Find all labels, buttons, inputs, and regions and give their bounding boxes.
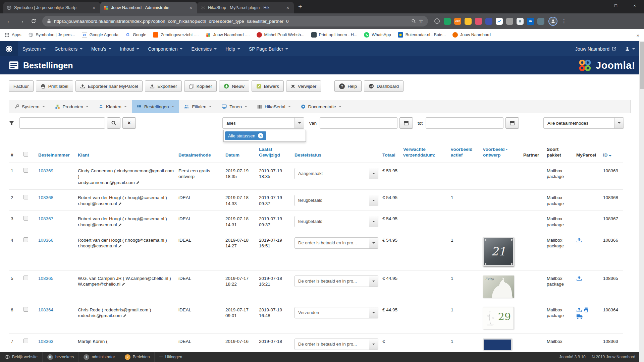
row-checkbox[interactable]: [23, 307, 28, 312]
col-bestelstatus[interactable]: Bestelstatus: [292, 144, 380, 163]
search-button[interactable]: [107, 117, 120, 129]
admin-menu-extensies[interactable]: Extensies: [187, 41, 221, 56]
col-verwachte-verzenddatum[interactable]: Verwachte verzenddatum:: [401, 144, 449, 163]
back-button[interactable]: ←: [4, 16, 15, 26]
order-status-select[interactable]: terugbetaald: [294, 195, 378, 206]
col-voorbeeld-ontwerp[interactable]: voorbeeld - ontwerp: [481, 144, 521, 163]
browser-profile-avatar[interactable]: [548, 17, 557, 26]
status-tag[interactable]: Alle statussen ×: [225, 131, 266, 140]
edit-pencil-icon[interactable]: [118, 244, 122, 248]
caret-down-icon[interactable]: [369, 339, 378, 350]
extension-icon[interactable]: [496, 18, 503, 25]
admin-menu-componenten[interactable]: Componenten: [144, 41, 187, 56]
caret-down-icon[interactable]: [369, 216, 378, 227]
extension-icon[interactable]: [433, 18, 440, 25]
edit-pencil-icon[interactable]: [121, 282, 125, 286]
preview-site-link[interactable]: Jouw Naambord: [571, 41, 621, 56]
remove-tag-icon[interactable]: ×: [258, 133, 263, 138]
order-number-link[interactable]: 108368: [38, 195, 53, 200]
col-voorbeeld-actief[interactable]: voorbeeld actief: [449, 144, 481, 163]
col-totaal[interactable]: Totaal: [380, 144, 401, 163]
bookmarks-overflow-icon[interactable]: »: [637, 32, 639, 38]
bookmark-item[interactable]: Buienradar.nl - Buie...: [398, 32, 446, 38]
url-bar[interactable]: https://jouwnaambord.nl/administrator/in…: [42, 16, 428, 26]
order-status-select[interactable]: Verzonden: [294, 307, 378, 318]
order-status-select[interactable]: Aangemaakt: [294, 168, 378, 179]
user-menu[interactable]: [621, 41, 639, 56]
edit-pencil-icon[interactable]: [118, 202, 122, 206]
admins-status[interactable]: 1 administrator: [79, 352, 120, 362]
hikashop-menu-filialen[interactable]: Filialen: [179, 100, 217, 113]
design-preview-thumbnail[interactable]: 21: [483, 237, 514, 266]
date-to-input[interactable]: [426, 117, 503, 129]
clear-search-button[interactable]: ×: [122, 117, 136, 129]
row-checkbox[interactable]: [23, 168, 28, 173]
page-scrollbar[interactable]: [639, 41, 644, 362]
admin-menu-systeem[interactable]: Systeem: [18, 41, 50, 56]
messages-status[interactable]: 2 Berichten: [120, 352, 155, 362]
col-klant[interactable]: Klant: [76, 144, 176, 163]
export-button[interactable]: Exporteer: [145, 80, 182, 92]
hikashop-menu-systeem[interactable]: Systeem: [9, 100, 50, 113]
col-laatst-gewijzigd[interactable]: Laatst Gewijzigd: [257, 144, 292, 163]
extension-icon[interactable]: [506, 18, 513, 25]
extension-icon[interactable]: [444, 18, 451, 25]
apps-shortcut[interactable]: Apps: [5, 33, 21, 37]
admin-menu-help[interactable]: Help: [221, 41, 245, 56]
order-status-select[interactable]: De order is betaald en in pro...: [294, 339, 378, 350]
bookmark-item[interactable]: Jouw Naambord -...: [205, 32, 250, 38]
row-checkbox[interactable]: [23, 339, 28, 343]
order-number-link[interactable]: 108367: [38, 216, 53, 221]
scrollbar-thumb[interactable]: [640, 42, 644, 89]
extension-icon[interactable]: [517, 18, 524, 25]
payment-filter-select[interactable]: Alle betaalmethodes: [543, 117, 624, 129]
row-checkbox[interactable]: [23, 276, 28, 280]
order-status-select[interactable]: De order is betaald en in pro...: [294, 276, 378, 287]
edit-pencil-icon[interactable]: [118, 223, 122, 227]
myparcel-upload-icon[interactable]: [576, 237, 582, 243]
extension-icon[interactable]: [475, 18, 482, 25]
date-from-input[interactable]: [320, 117, 397, 129]
browser-tab-symbaloo[interactable]: Symbaloo | Je persoonlijke Startp ×: [3, 2, 100, 13]
extension-icon[interactable]: [537, 18, 544, 25]
row-checkbox[interactable]: [23, 237, 28, 242]
bookmark-star-icon[interactable]: ☆: [419, 18, 423, 24]
select-all-checkbox[interactable]: [23, 152, 28, 157]
bookmark-item[interactable]: Jouw Naambord: [452, 32, 491, 38]
design-preview-thumbnail[interactable]: Evita: [483, 276, 514, 298]
admin-menu-inhoud[interactable]: Inhoud: [116, 41, 144, 56]
order-status-select[interactable]: terugbetaald: [294, 216, 378, 227]
maximize-window-button[interactable]: □: [606, 0, 625, 11]
logout-link[interactable]: Uitloggen: [155, 352, 187, 362]
close-window-button[interactable]: ×: [625, 0, 644, 11]
new-button[interactable]: Nieuw: [219, 80, 249, 92]
myparcel-upload-icon[interactable]: [576, 307, 582, 313]
caret-down-icon[interactable]: [369, 307, 378, 318]
close-tab-icon[interactable]: ×: [91, 5, 97, 10]
new-tab-button[interactable]: +: [294, 3, 306, 13]
col-bestelnummer[interactable]: Bestelnummer: [36, 144, 76, 163]
close-tab-icon[interactable]: ×: [285, 5, 290, 10]
myparcel-print-icon[interactable]: [583, 307, 589, 313]
bookmark-item[interactable]: Michel Pouli Websh...: [257, 32, 305, 38]
hikashop-menu-tonen[interactable]: Tonen: [217, 100, 252, 113]
hikashop-menu-producten[interactable]: Producten: [50, 100, 94, 113]
order-status-select[interactable]: De order is betaald en in pro...: [294, 237, 378, 249]
search-input[interactable]: [19, 117, 105, 129]
edit-pencil-icon[interactable]: [136, 181, 140, 185]
hikashop-menu-bestellingen[interactable]: Bestellingen: [132, 100, 179, 113]
browser-tab-administratie[interactable]: Jouw Naambord - Administratie ×: [100, 2, 197, 13]
design-preview-thumbnail[interactable]: 29: [483, 307, 514, 329]
caret-down-icon[interactable]: [369, 238, 378, 248]
myparcel-shipped-truck-icon[interactable]: [576, 314, 583, 319]
date-to-calendar-button[interactable]: [505, 117, 519, 129]
caret-down-icon[interactable]: [614, 118, 624, 128]
row-checkbox[interactable]: [23, 216, 28, 221]
zoom-icon[interactable]: [411, 19, 416, 23]
reload-button[interactable]: [28, 16, 39, 26]
col-betaalmethode[interactable]: Betaalmethode: [176, 144, 223, 163]
view-site-link[interactable]: Bekijk website: [0, 352, 43, 362]
delete-button[interactable]: Verwijder: [286, 80, 321, 92]
bookmark-item[interactable]: Symbaloo | Je pers...: [28, 32, 75, 38]
edit-pencil-icon[interactable]: [123, 314, 127, 318]
